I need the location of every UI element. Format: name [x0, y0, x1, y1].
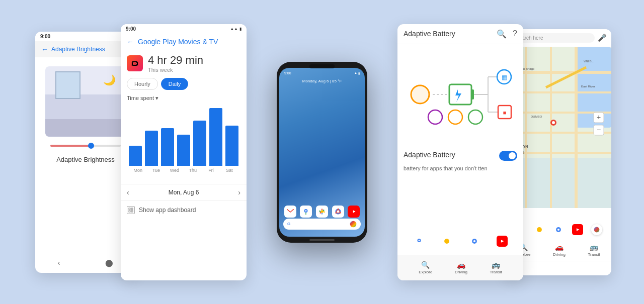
phone-date-text: Monday, Aug 6 | 85 °F — [279, 79, 365, 83]
phone-time: 9:00 — [284, 71, 291, 75]
phone-date-area: Monday, Aug 6 | 85 °F — [279, 79, 365, 83]
dashboard-icon — [127, 206, 135, 214]
assistant-bubble[interactable] — [591, 224, 602, 235]
wifi-icon-cl: ▲▲ — [230, 27, 238, 31]
battery-icon-cl: ▮ — [239, 27, 242, 31]
bar-mon — [129, 146, 142, 166]
svg-text:East River: East River — [581, 85, 595, 88]
explore-icon: 🔍 — [421, 261, 430, 269]
battery-illustration: ▦ ■ — [397, 44, 523, 145]
transit-tab[interactable]: 🚌 Transit — [490, 261, 502, 274]
svg-rect-1 — [131, 208, 133, 210]
phone-search-bar[interactable]: G — [283, 219, 361, 230]
maps-small-icon[interactable] — [414, 236, 425, 247]
adaptive-battery-header-title: Adaptive Battery — [404, 30, 455, 38]
youtube-app-icon[interactable] — [572, 224, 583, 235]
screen-google-play-movies: 9:00 ▲▲ ▮ ← Google Play Movies & TV 🎟 4 … — [121, 24, 247, 280]
chrome-small-icon[interactable] — [469, 236, 480, 247]
chart-labels: Mon Tue Wed Thu Fri Sat — [127, 168, 240, 173]
explore-tab[interactable]: 🔍 Explore — [419, 261, 432, 274]
map-transit-icon: 🚌 — [590, 243, 598, 251]
photos-small-icon[interactable] — [441, 236, 452, 247]
brightness-slider[interactable] — [50, 145, 121, 147]
hourly-toggle[interactable]: Hourly — [127, 78, 158, 90]
svg-point-66 — [594, 227, 600, 232]
search-icon[interactable]: 🔍 — [497, 29, 507, 39]
slider-thumb[interactable] — [88, 143, 94, 149]
phone-signal-icon: ▮ — [358, 71, 360, 75]
screen-cr-icons: 🔍 ? — [497, 29, 517, 39]
phone-app-row — [282, 206, 362, 218]
phone: 9:00 ▲ ▮ Monday, Aug 6 | 85 °F — [277, 62, 367, 243]
chart-bars — [127, 106, 240, 166]
svg-text:DUMBO: DUMBO — [531, 115, 542, 118]
svg-point-12 — [350, 221, 357, 227]
photos-app-icon[interactable] — [534, 224, 545, 235]
status-icons-cl: ▲▲ ▮ — [230, 27, 242, 31]
explore-label: Explore — [419, 270, 432, 274]
label-wed: Wed — [166, 168, 184, 173]
youtube-icon[interactable] — [348, 206, 360, 218]
brightness-illustration: 🌙 — [45, 66, 126, 137]
svg-point-31 — [418, 240, 420, 241]
bar-fri — [193, 121, 206, 166]
maps-icon[interactable] — [300, 206, 312, 218]
chart-prev-arrow[interactable]: ‹ — [127, 188, 129, 196]
map-search-input[interactable]: Search here — [511, 33, 595, 43]
svg-marker-35 — [501, 240, 504, 243]
nav-back-icon[interactable]: ‹ — [58, 259, 60, 267]
chrome-app-icon[interactable] — [553, 224, 564, 235]
bar-sat — [209, 108, 222, 166]
assistant-icon[interactable] — [350, 221, 357, 228]
back-arrow-icon[interactable]: ← — [41, 45, 48, 53]
svg-text:−: − — [597, 126, 601, 134]
screen-cl-header: ← Google Play Movies & TV — [121, 34, 247, 50]
svg-rect-22 — [471, 89, 474, 99]
transit-label: Transit — [490, 270, 502, 274]
battery-diagram-svg: ▦ ■ — [405, 57, 516, 132]
back-arrow-cl[interactable]: ← — [127, 38, 134, 46]
driving-tab[interactable]: 🚗 Driving — [455, 261, 467, 274]
svg-text:■: ■ — [503, 110, 507, 116]
svg-marker-65 — [577, 228, 580, 231]
svg-text:+: + — [597, 113, 601, 121]
daily-toggle[interactable]: Daily — [161, 78, 188, 90]
usage-time: 4 hr 29 min — [148, 54, 203, 67]
map-transit-tab[interactable]: 🚌 Transit — [588, 243, 600, 257]
photos-icon[interactable] — [316, 206, 328, 218]
label-tue: Tue — [147, 168, 165, 173]
battery-section: Adaptive Battery battery for apps that y… — [397, 145, 523, 178]
status-time-left: 9:00 — [40, 34, 50, 39]
movie-icon-row: 🎟 4 hr 29 min This week — [127, 54, 240, 73]
help-icon[interactable]: ? — [513, 29, 517, 39]
scene: 9:00 ▲ ▮ ← Adaptive Brightness 🌙 — [20, 9, 624, 295]
adaptive-brightness-title: Adaptive Brightness — [51, 46, 105, 53]
chart-next-arrow[interactable]: › — [238, 188, 240, 196]
svg-point-64 — [557, 228, 559, 230]
nav-home-icon[interactable]: ⬤ — [105, 259, 113, 267]
gmail-icon[interactable] — [284, 206, 296, 218]
movie-ticket-icon: 🎟 — [127, 55, 143, 71]
svg-point-55 — [552, 121, 555, 124]
maps-bottom-nav: 🔍 Explore 🚗 Driving 🚌 Transit — [397, 255, 523, 280]
toggle-row: Hourly Daily — [127, 78, 240, 90]
youtube-small-icon[interactable] — [497, 236, 508, 247]
battery-toggle-switch[interactable] — [499, 151, 517, 161]
battery-feature-title: Adaptive Battery — [404, 151, 455, 159]
svg-text:VINEG...: VINEG... — [584, 60, 594, 63]
screen-cr-app-row — [397, 230, 523, 253]
battery-toggle-row: Adaptive Battery — [404, 151, 517, 161]
map-mic-icon[interactable]: 🎤 — [598, 34, 606, 42]
svg-point-29 — [468, 110, 482, 124]
svg-point-32 — [444, 239, 449, 244]
map-driving-tab[interactable]: 🚗 Driving — [553, 243, 566, 257]
screen-cr-header: Adaptive Battery 🔍 ? — [397, 24, 523, 44]
bar-tue — [145, 131, 158, 166]
screen-cl-content: 🎟 4 hr 29 min This week Hourly Daily Tim… — [121, 50, 247, 184]
chrome-icon[interactable] — [332, 206, 344, 218]
show-app-dashboard[interactable]: Show app dashboard — [121, 200, 247, 219]
svg-point-27 — [428, 110, 442, 124]
chart-nav: ‹ Mon, Aug 6 › — [121, 184, 247, 200]
svg-point-28 — [448, 110, 462, 124]
svg-point-20 — [411, 85, 429, 104]
